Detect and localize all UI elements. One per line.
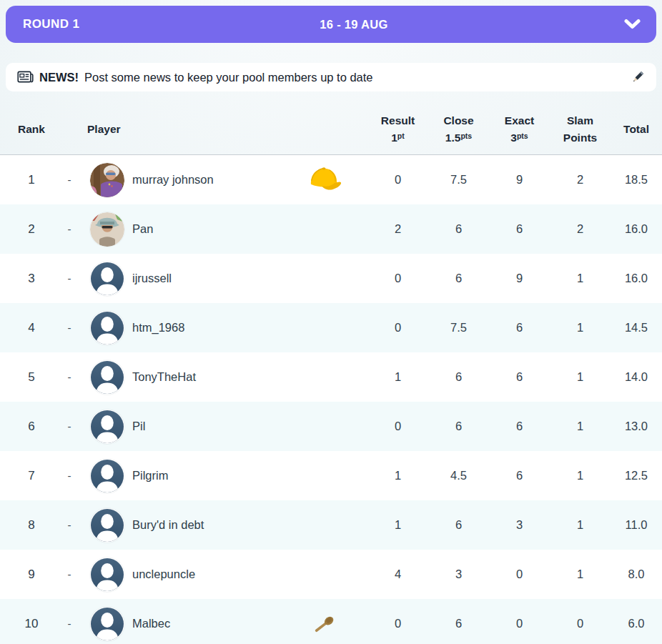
- stat-total: 14.5: [625, 321, 648, 335]
- default-avatar-icon: [90, 360, 124, 395]
- player-name: Pilgrim: [127, 469, 282, 482]
- table-row[interactable]: 8 - Bury'd in debt 1 6 3 1 11.0: [0, 500, 662, 550]
- player-name: Malbec: [127, 617, 282, 630]
- player-name: ijrussell: [127, 272, 282, 285]
- leaderboard-table: Rank Player Result1ptClose1.5ptsExact3pt…: [0, 104, 662, 644]
- player-name: Pan: [127, 222, 282, 236]
- rank-movement-indicator: -: [68, 322, 71, 334]
- rank-value: 10: [25, 617, 39, 631]
- table-header: Rank Player Result1ptClose1.5ptsExact3pt…: [0, 104, 662, 155]
- stat-result: 1: [395, 469, 401, 482]
- chevron-down-icon[interactable]: [624, 19, 641, 30]
- rank-movement-indicator: -: [68, 470, 71, 482]
- stat-close: 3: [455, 568, 462, 581]
- stat-close: 6: [455, 420, 462, 433]
- table-row[interactable]: 5 - TonyTheHat 1 6 6 1 14.0: [0, 352, 662, 402]
- column-header-exact: Exact3pts: [489, 112, 550, 146]
- news-label: NEWS!: [39, 71, 79, 84]
- stat-exact: 6: [516, 469, 523, 482]
- stat-total: 12.5: [625, 469, 648, 482]
- stat-total: 16.0: [625, 272, 648, 285]
- table-row[interactable]: 2 - Pan 2 6 6 2 16.0: [0, 204, 662, 254]
- stat-exact: 6: [516, 370, 523, 384]
- default-avatar-icon: [90, 508, 124, 543]
- default-avatar-icon: [90, 607, 124, 641]
- rank-value: 1: [28, 173, 34, 187]
- default-avatar-icon: [90, 262, 124, 296]
- rank-value: 7: [28, 469, 34, 483]
- pencil-icon: [631, 70, 645, 84]
- table-row[interactable]: 9 - unclepuncle 4 3 0 1 8.0: [0, 550, 662, 599]
- edit-news-button[interactable]: [631, 70, 645, 84]
- rank-movement-indicator: -: [68, 371, 71, 383]
- table-row[interactable]: 1 - murray johnson 0 7.5 9 2 18.5: [0, 155, 662, 204]
- round-selector[interactable]: ROUND 1 16 - 19 AUG: [6, 6, 656, 43]
- avatar: [90, 410, 124, 444]
- stat-slam: 1: [577, 568, 583, 581]
- stat-close: 7.5: [450, 173, 467, 187]
- default-avatar-icon: [90, 558, 124, 592]
- stat-total: 16.0: [625, 222, 648, 236]
- cap-icon: [307, 165, 342, 195]
- stat-exact: 9: [516, 272, 523, 285]
- stat-result: 1: [395, 518, 401, 532]
- rank-movement-indicator: -: [68, 174, 71, 186]
- stat-result: 2: [395, 222, 401, 236]
- rank-value: 8: [28, 518, 34, 532]
- stat-slam: 1: [577, 469, 583, 482]
- round-title: ROUND 1: [23, 17, 79, 31]
- stat-slam: 2: [577, 173, 583, 187]
- column-header-player: Player: [87, 123, 367, 136]
- default-avatar-icon: [90, 410, 124, 444]
- stat-result: 1: [395, 370, 401, 384]
- avatar: [90, 508, 124, 543]
- stat-exact: 9: [516, 173, 523, 187]
- stat-slam: 1: [577, 370, 583, 384]
- avatar: [90, 360, 124, 395]
- rank-value: 4: [28, 321, 34, 335]
- stat-slam: 1: [577, 272, 583, 285]
- stat-slam: 1: [577, 518, 583, 532]
- rank-value: 5: [28, 370, 34, 385]
- stat-close: 6: [455, 518, 462, 532]
- rank-value: 6: [28, 420, 34, 434]
- stat-slam: 0: [577, 617, 583, 630]
- player-name: htm_1968: [127, 321, 282, 335]
- column-header-total: Total: [611, 121, 662, 137]
- stat-close: 4.5: [450, 469, 467, 482]
- stat-slam: 1: [577, 420, 583, 433]
- table-row[interactable]: 6 - Pil 0 6 6 1 13.0: [0, 402, 662, 451]
- news-bar: NEWS! Post some news to keep your pool m…: [6, 63, 656, 91]
- stat-total: 11.0: [626, 518, 648, 532]
- stat-exact: 6: [516, 420, 523, 433]
- avatar: [90, 311, 124, 345]
- stat-close: 6: [455, 222, 462, 236]
- stat-close: 6: [455, 370, 462, 384]
- cap-icon: [282, 165, 367, 195]
- stat-total: 13.0: [625, 420, 648, 433]
- rank-movement-indicator: -: [68, 568, 71, 580]
- avatar: [90, 558, 124, 592]
- column-header-rank: Rank: [18, 123, 45, 136]
- avatar: [90, 163, 124, 197]
- table-row[interactable]: 7 - Pilgrim 1 4.5 6 1 12.5: [0, 451, 662, 500]
- table-row[interactable]: 4 - htm_1968 0 7.5 6 1 14.5: [0, 303, 662, 352]
- rank-movement-indicator: -: [68, 519, 71, 531]
- stat-result: 0: [395, 321, 401, 335]
- stat-slam: 1: [577, 321, 583, 335]
- stat-total: 8.0: [628, 568, 645, 581]
- rank-value: 9: [28, 568, 34, 582]
- stat-total: 6.0: [628, 617, 645, 630]
- table-row[interactable]: 3 - ijrussell 0 6 9 1 16.0: [0, 254, 662, 303]
- spoon-icon: [282, 613, 367, 635]
- stat-exact: 6: [516, 222, 523, 236]
- rank-value: 2: [28, 222, 34, 237]
- rank-value: 3: [28, 272, 34, 286]
- table-row[interactable]: 10 - Malbec 0 6 0 0 6.0: [0, 599, 662, 644]
- photo-avatar: [90, 163, 124, 197]
- round-dates: 16 - 19 AUG: [320, 18, 387, 31]
- stat-result: 4: [395, 568, 401, 581]
- stat-exact: 3: [516, 518, 523, 532]
- avatar: [90, 212, 124, 247]
- column-header-slam: SlamPoints: [550, 112, 611, 146]
